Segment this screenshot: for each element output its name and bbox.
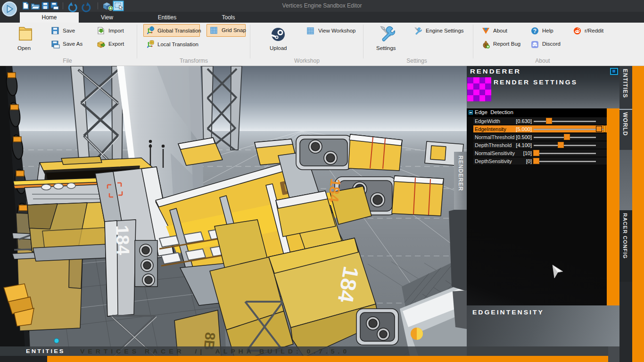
svg-text:184: 184 (112, 225, 133, 255)
svg-text:?: ? (533, 28, 537, 34)
svg-text:184: 184 (326, 178, 344, 203)
